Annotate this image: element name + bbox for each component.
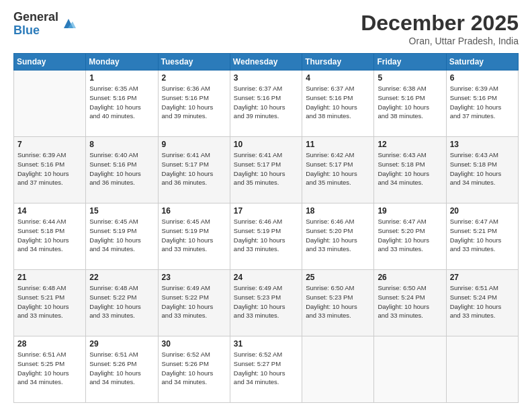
- calendar-day: 14Sunrise: 6:44 AM Sunset: 5:18 PM Dayli…: [14, 203, 86, 270]
- calendar-week-row: 21Sunrise: 6:48 AM Sunset: 5:21 PM Dayli…: [14, 270, 519, 336]
- day-number: 6: [450, 73, 515, 83]
- calendar-day: 25Sunrise: 6:50 AM Sunset: 5:23 PM Dayli…: [302, 270, 374, 336]
- day-number: 29: [89, 339, 154, 349]
- day-info: Sunrise: 6:37 AM Sunset: 5:16 PM Dayligh…: [306, 84, 370, 121]
- day-number: 10: [234, 140, 298, 149]
- calendar-day: 24Sunrise: 6:49 AM Sunset: 5:23 PM Dayli…: [230, 270, 302, 336]
- day-number: 25: [306, 273, 370, 282]
- logo-text: General Blue: [13, 11, 58, 38]
- calendar-week-row: 7Sunrise: 6:39 AM Sunset: 5:16 PM Daylig…: [14, 137, 519, 203]
- day-number: 9: [162, 140, 226, 149]
- day-number: 12: [378, 140, 442, 149]
- day-info: Sunrise: 6:52 AM Sunset: 5:26 PM Dayligh…: [162, 350, 226, 387]
- calendar-day: [374, 336, 446, 403]
- calendar-day: 6Sunrise: 6:39 AM Sunset: 5:16 PM Daylig…: [446, 71, 518, 137]
- day-info: Sunrise: 6:43 AM Sunset: 5:18 PM Dayligh…: [378, 150, 442, 187]
- calendar-day: 4Sunrise: 6:37 AM Sunset: 5:16 PM Daylig…: [302, 71, 374, 137]
- calendar-day: 3Sunrise: 6:37 AM Sunset: 5:16 PM Daylig…: [230, 71, 302, 137]
- day-number: 22: [89, 273, 154, 282]
- calendar-day: 20Sunrise: 6:47 AM Sunset: 5:21 PM Dayli…: [446, 203, 518, 270]
- day-number: 23: [162, 273, 226, 282]
- calendar-day: 29Sunrise: 6:51 AM Sunset: 5:26 PM Dayli…: [86, 336, 158, 403]
- calendar-day: 12Sunrise: 6:43 AM Sunset: 5:18 PM Dayli…: [374, 137, 446, 203]
- title-block: December 2025 Oran, Uttar Pradesh, India: [361, 11, 519, 46]
- header: General Blue December 2025 Oran, Uttar P…: [13, 11, 519, 46]
- day-number: 17: [234, 206, 298, 216]
- day-number: 20: [450, 206, 515, 216]
- day-info: Sunrise: 6:40 AM Sunset: 5:16 PM Dayligh…: [89, 150, 154, 187]
- day-number: 2: [162, 73, 226, 83]
- col-sunday: Sunday: [14, 54, 86, 71]
- logo-general: General: [13, 11, 58, 24]
- calendar-day: 21Sunrise: 6:48 AM Sunset: 5:21 PM Dayli…: [14, 270, 86, 336]
- calendar-day: 18Sunrise: 6:46 AM Sunset: 5:20 PM Dayli…: [302, 203, 374, 270]
- calendar-week-row: 28Sunrise: 6:51 AM Sunset: 5:25 PM Dayli…: [14, 336, 519, 403]
- day-info: Sunrise: 6:50 AM Sunset: 5:23 PM Dayligh…: [306, 283, 370, 320]
- day-number: 19: [378, 206, 442, 216]
- day-number: 14: [17, 206, 82, 216]
- day-number: 5: [378, 73, 442, 83]
- calendar-day: 16Sunrise: 6:45 AM Sunset: 5:19 PM Dayli…: [158, 203, 230, 270]
- day-info: Sunrise: 6:51 AM Sunset: 5:24 PM Dayligh…: [450, 283, 515, 320]
- day-info: Sunrise: 6:47 AM Sunset: 5:21 PM Dayligh…: [450, 217, 515, 254]
- day-number: 31: [234, 339, 298, 349]
- day-number: 30: [162, 339, 226, 349]
- day-info: Sunrise: 6:36 AM Sunset: 5:16 PM Dayligh…: [162, 84, 226, 121]
- logo-blue: Blue: [13, 24, 58, 38]
- day-number: 16: [162, 206, 226, 216]
- calendar-week-row: 1Sunrise: 6:35 AM Sunset: 5:16 PM Daylig…: [14, 71, 519, 137]
- day-number: 27: [450, 273, 515, 282]
- day-info: Sunrise: 6:50 AM Sunset: 5:24 PM Dayligh…: [378, 283, 442, 320]
- col-friday: Friday: [374, 54, 446, 71]
- calendar-day: 26Sunrise: 6:50 AM Sunset: 5:24 PM Dayli…: [374, 270, 446, 336]
- day-info: Sunrise: 6:49 AM Sunset: 5:23 PM Dayligh…: [234, 283, 298, 320]
- calendar-week-row: 14Sunrise: 6:44 AM Sunset: 5:18 PM Dayli…: [14, 203, 519, 270]
- calendar-day: 22Sunrise: 6:48 AM Sunset: 5:22 PM Dayli…: [86, 270, 158, 336]
- day-number: 18: [306, 206, 370, 216]
- day-info: Sunrise: 6:51 AM Sunset: 5:25 PM Dayligh…: [17, 350, 82, 387]
- day-number: 1: [89, 73, 154, 83]
- day-info: Sunrise: 6:49 AM Sunset: 5:22 PM Dayligh…: [162, 283, 226, 320]
- day-info: Sunrise: 6:39 AM Sunset: 5:16 PM Dayligh…: [17, 150, 82, 187]
- calendar-table: Sunday Monday Tuesday Wednesday Thursday…: [13, 53, 519, 403]
- day-info: Sunrise: 6:45 AM Sunset: 5:19 PM Dayligh…: [162, 217, 226, 254]
- day-info: Sunrise: 6:41 AM Sunset: 5:17 PM Dayligh…: [162, 150, 226, 187]
- day-info: Sunrise: 6:48 AM Sunset: 5:21 PM Dayligh…: [17, 283, 82, 320]
- col-tuesday: Tuesday: [158, 54, 230, 71]
- col-saturday: Saturday: [446, 54, 518, 71]
- calendar-day: 5Sunrise: 6:38 AM Sunset: 5:16 PM Daylig…: [374, 71, 446, 137]
- day-info: Sunrise: 6:51 AM Sunset: 5:26 PM Dayligh…: [89, 350, 154, 387]
- day-number: 7: [17, 140, 82, 149]
- day-info: Sunrise: 6:48 AM Sunset: 5:22 PM Dayligh…: [89, 283, 154, 320]
- day-number: 4: [306, 73, 370, 83]
- calendar-day: [14, 71, 86, 137]
- calendar-day: [302, 336, 374, 403]
- calendar-day: [446, 336, 518, 403]
- col-wednesday: Wednesday: [230, 54, 302, 71]
- main-title: December 2025: [361, 11, 519, 36]
- calendar-day: 19Sunrise: 6:47 AM Sunset: 5:20 PM Dayli…: [374, 203, 446, 270]
- calendar-day: 23Sunrise: 6:49 AM Sunset: 5:22 PM Dayli…: [158, 270, 230, 336]
- col-monday: Monday: [86, 54, 158, 71]
- day-number: 26: [378, 273, 442, 282]
- calendar-day: 10Sunrise: 6:41 AM Sunset: 5:17 PM Dayli…: [230, 137, 302, 203]
- day-number: 11: [306, 140, 370, 149]
- day-info: Sunrise: 6:39 AM Sunset: 5:16 PM Dayligh…: [450, 84, 515, 121]
- calendar-day: 30Sunrise: 6:52 AM Sunset: 5:26 PM Dayli…: [158, 336, 230, 403]
- subtitle: Oran, Uttar Pradesh, India: [361, 36, 519, 46]
- day-number: 13: [450, 140, 515, 149]
- day-info: Sunrise: 6:46 AM Sunset: 5:19 PM Dayligh…: [234, 217, 298, 254]
- day-info: Sunrise: 6:44 AM Sunset: 5:18 PM Dayligh…: [17, 217, 82, 254]
- day-number: 28: [17, 339, 82, 349]
- day-info: Sunrise: 6:46 AM Sunset: 5:20 PM Dayligh…: [306, 217, 370, 254]
- day-number: 3: [234, 73, 298, 83]
- logo-icon: [61, 16, 76, 31]
- col-thursday: Thursday: [302, 54, 374, 71]
- day-info: Sunrise: 6:37 AM Sunset: 5:16 PM Dayligh…: [234, 84, 298, 121]
- day-info: Sunrise: 6:45 AM Sunset: 5:19 PM Dayligh…: [89, 217, 154, 254]
- day-number: 8: [89, 140, 154, 149]
- day-info: Sunrise: 6:43 AM Sunset: 5:18 PM Dayligh…: [450, 150, 515, 187]
- calendar-day: 13Sunrise: 6:43 AM Sunset: 5:18 PM Dayli…: [446, 137, 518, 203]
- day-number: 15: [89, 206, 154, 216]
- day-info: Sunrise: 6:42 AM Sunset: 5:17 PM Dayligh…: [306, 150, 370, 187]
